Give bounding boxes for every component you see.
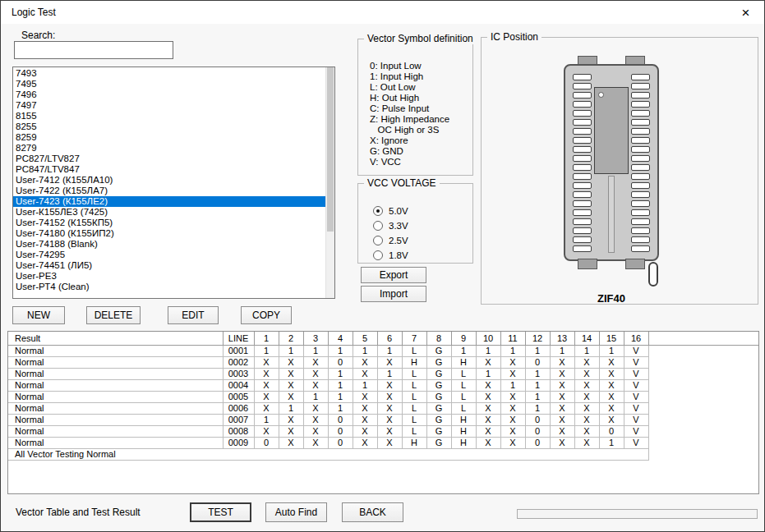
- vector-symbol-line: H: Out High: [370, 93, 472, 103]
- result-row[interactable]: Normal0006X1X1XXLGLXX1XXXV: [8, 402, 758, 414]
- list-item[interactable]: User-74295: [13, 250, 325, 260]
- test-status-text: All Vector Testing Normal: [8, 448, 648, 460]
- socket-slot: [573, 191, 592, 198]
- edit-button[interactable]: EDIT: [168, 306, 219, 324]
- result-row[interactable]: Normal0002XXX0XXHGHXX0XXXV: [8, 356, 758, 368]
- scrollbar-thumb[interactable]: [327, 67, 334, 232]
- filler-cell: [648, 379, 758, 391]
- list-item[interactable]: PC827/LTV827: [13, 154, 325, 164]
- pin-cell: X: [476, 437, 500, 448]
- list-item[interactable]: 8255: [13, 122, 325, 132]
- vector-symbol-line: V: VCC: [370, 157, 472, 167]
- socket-lever: [648, 262, 658, 287]
- result-row[interactable]: Normal0001111111LG1111111V: [8, 345, 758, 356]
- pin-cell: X: [500, 425, 525, 437]
- filler-cell: [648, 368, 758, 379]
- pin-cell: 0: [254, 437, 279, 448]
- logic-test-window: Logic Test × Search: 7493749574967497815…: [0, 0, 765, 532]
- result-row[interactable]: Normal0008XXX0XXLGHXX0XX0V: [8, 425, 758, 437]
- close-button[interactable]: ×: [727, 1, 764, 24]
- result-row[interactable]: Normal0004XXX11XLGLX11XXXV: [8, 379, 758, 391]
- test-button[interactable]: TEST: [190, 502, 251, 522]
- pin-cell: X: [550, 402, 574, 414]
- line-cell: 0003: [223, 368, 254, 379]
- pin-cell: X: [377, 391, 402, 402]
- socket-slot: [573, 218, 592, 225]
- ic-listbox[interactable]: 74937495749674978155825582598279PC827/LT…: [12, 66, 335, 299]
- socket-slot: [573, 146, 592, 153]
- pin-cell: X: [574, 414, 599, 425]
- vcc-option-3.3V[interactable]: 3.3V: [373, 218, 472, 233]
- socket-slot: [631, 227, 650, 234]
- pin-cell: X: [303, 402, 328, 414]
- filler-cell: [648, 402, 758, 414]
- back-button[interactable]: BACK: [342, 502, 403, 522]
- pin-cell: 0: [328, 437, 353, 448]
- copy-button[interactable]: COPY: [241, 306, 292, 324]
- pin-cell: X: [476, 425, 500, 437]
- pin-cell: V: [624, 437, 648, 448]
- import-button[interactable]: Import: [361, 286, 426, 302]
- list-item[interactable]: 7495: [13, 79, 325, 89]
- table-header: 5: [353, 332, 377, 345]
- pin-cell: X: [476, 356, 500, 368]
- list-scrollbar[interactable]: [325, 67, 334, 298]
- pin-cell: L: [402, 425, 426, 437]
- list-item[interactable]: 7497: [13, 100, 325, 111]
- search-input[interactable]: [14, 41, 173, 59]
- list-item[interactable]: User-7412 (К155ЛА10): [13, 175, 325, 186]
- delete-button[interactable]: DELETE: [86, 306, 141, 324]
- pin-cell: X: [550, 414, 574, 425]
- list-item[interactable]: 7493: [13, 68, 325, 79]
- socket-tab-bottom-right: [625, 259, 645, 269]
- result-row[interactable]: Normal0003XXX1X1LGL1X1XXXV: [8, 368, 758, 379]
- list-item[interactable]: 8155: [13, 111, 325, 122]
- pin-cell: G: [426, 414, 451, 425]
- result-row[interactable]: Normal00071XX0XXLGHXX0XXXV: [8, 414, 758, 425]
- vector-symbol-groupbox: Vector Symbol definition 0: Input Low1: …: [357, 39, 473, 176]
- vcc-option-5.0V[interactable]: 5.0V: [373, 204, 472, 218]
- result-cell: Normal: [8, 414, 223, 425]
- close-icon: ×: [742, 6, 750, 20]
- vcc-option-2.5V[interactable]: 2.5V: [373, 233, 472, 248]
- pin-cell: V: [624, 391, 648, 402]
- radio-icon: [373, 206, 383, 216]
- list-item[interactable]: User-7422 (К155ЛА7): [13, 186, 325, 196]
- pin-cell: X: [303, 379, 328, 391]
- list-item[interactable]: User-РЕ3: [13, 271, 325, 282]
- pin-cell: X: [377, 356, 402, 368]
- pin-cell: 1: [525, 402, 550, 414]
- list-item[interactable]: User-74188 (Blank): [13, 239, 325, 250]
- pin-cell: X: [353, 368, 377, 379]
- list-item[interactable]: User-74180 (К155ИП2): [13, 228, 325, 239]
- list-item[interactable]: User-74152 (К155КП5): [13, 218, 325, 228]
- socket-slot: [573, 173, 592, 180]
- list-item[interactable]: 8279: [13, 143, 325, 154]
- list-item[interactable]: User-К155ЛЕ3 (7425): [13, 207, 325, 218]
- socket-slot: [573, 128, 592, 135]
- vcc-option-1.8V[interactable]: 1.8V: [373, 248, 472, 263]
- result-row[interactable]: Normal0005XX11XXLGLXX1XXXV: [8, 391, 758, 402]
- list-item[interactable]: PC847/LTV847: [13, 164, 325, 175]
- auto-find-button[interactable]: Auto Find: [265, 502, 327, 522]
- list-item-selected[interactable]: User-7423 (К155ЛЕ2): [13, 196, 325, 207]
- list-item[interactable]: 8259: [13, 132, 325, 143]
- pin-cell: X: [254, 356, 279, 368]
- filler-cell: [648, 356, 758, 368]
- result-row[interactable]: Normal00090XX0XXHGHXX0XX1V: [8, 437, 758, 448]
- pin-cell: 1: [525, 379, 550, 391]
- pin-cell: 1: [574, 345, 599, 356]
- result-cell: Normal: [8, 391, 223, 402]
- list-item[interactable]: User-74451 (ЛИ5): [13, 260, 325, 271]
- new-button[interactable]: NEW: [12, 306, 65, 324]
- list-item[interactable]: 7496: [13, 89, 325, 100]
- list-item[interactable]: User-РТ4 (Clean): [13, 282, 325, 292]
- pin-cell: 1: [254, 345, 279, 356]
- export-button[interactable]: Export: [361, 267, 426, 283]
- socket-slot: [631, 218, 650, 225]
- pin-cell: L: [451, 379, 476, 391]
- socket-body: [564, 64, 659, 261]
- socket-slot: [573, 227, 592, 234]
- line-cell: 0006: [223, 402, 254, 414]
- table-header: 9: [451, 332, 476, 345]
